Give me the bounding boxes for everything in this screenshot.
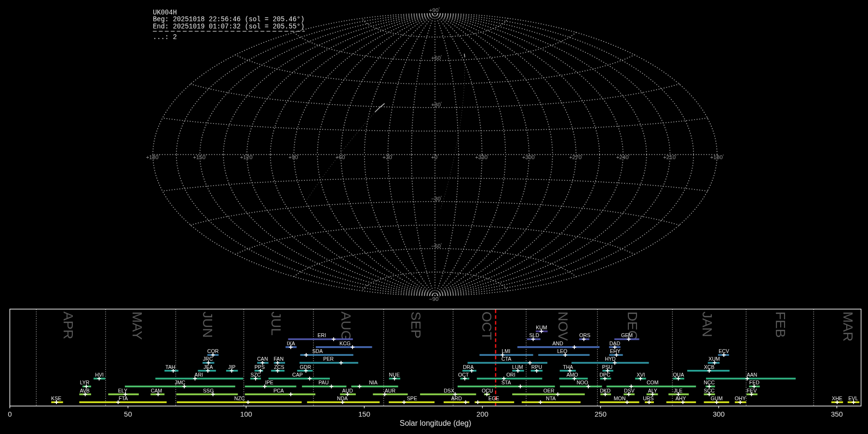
svg-text:−60°: −60° [431,243,442,249]
svg-text:PAU: PAU [319,380,329,385]
svg-text:+60°: +60° [336,154,347,160]
svg-text:300: 300 [713,410,725,418]
svg-text:CAN: CAN [257,356,268,362]
svg-text:Beg: 20251018 22:56:46 (sol =: Beg: 20251018 22:56:46 (sol = 205.46°) [153,16,305,23]
svg-text:TAH: TAH [165,364,175,370]
svg-text:SEP: SEP [408,312,423,339]
svg-text:XVI: XVI [637,372,645,378]
svg-text:MAR: MAR [841,312,855,341]
svg-text:AAN: AAN [746,372,757,378]
svg-text:URS: URS [643,395,653,401]
svg-text:+90°: +90° [429,7,440,13]
svg-text:JEA: JEA [203,364,213,370]
svg-text:GUM: GUM [711,395,723,401]
svg-text:ORI: ORI [506,372,515,378]
svg-text:AMO: AMO [567,372,578,378]
svg-text:ARD: ARD [451,395,462,401]
svg-text:FEB: FEB [773,312,788,338]
svg-text:OHY: OHY [735,395,746,401]
svg-text:KSE: KSE [51,395,61,401]
svg-text:XUM: XUM [708,356,720,362]
svg-text:+30°: +30° [382,154,393,160]
svg-text:50: 50 [124,410,132,418]
svg-text:250: 250 [595,410,607,418]
svg-text:CAM: CAM [151,388,163,393]
svg-text:COM: COM [647,380,659,385]
svg-text:ELY: ELY [118,388,127,393]
svg-text:STA: STA [502,380,512,385]
svg-text:LMI: LMI [502,348,510,354]
svg-text:OER: OER [543,388,555,393]
svg-text:SPE: SPE [407,395,417,401]
svg-text:+30°: +30° [431,102,442,108]
svg-text:GDR: GDR [300,364,312,370]
svg-text:SZC: SZC [250,372,261,378]
svg-text:XCB: XCB [704,364,715,370]
svg-text:EGE: EGE [488,395,499,401]
svg-text:JAN: JAN [700,312,715,337]
svg-text:OCT: OCT [479,312,494,340]
svg-text:JLE: JLE [674,388,682,393]
svg-text:PSU: PSU [602,364,612,370]
svg-text:DKD: DKD [600,388,611,393]
svg-text:ZCS: ZCS [274,364,284,370]
svg-text:UK004H: UK004H [153,9,177,16]
svg-text:JUL: JUL [269,312,284,336]
svg-text:GEM: GEM [621,332,633,338]
svg-text:ECV: ECV [719,348,730,354]
svg-text:APR: APR [61,312,76,339]
svg-text:DPC: DPC [599,372,610,378]
svg-text:LYR: LYR [80,380,90,385]
svg-text:ERI: ERI [317,332,326,338]
svg-text:Solar longitude (deg): Solar longitude (deg) [400,419,472,427]
svg-text:DRA: DRA [463,364,474,370]
svg-text:...: 2: ...: 2 [153,34,177,41]
svg-text:KCG: KCG [339,340,351,346]
svg-text:−30°: −30° [431,196,442,202]
svg-text:XHE: XHE [832,395,842,401]
svg-text:LEO: LEO [557,348,567,354]
svg-text:+90°: +90° [288,154,299,160]
svg-text:JRC: JRC [203,356,213,362]
svg-text:IPE: IPE [265,380,273,385]
svg-text:AUG: AUG [339,312,353,341]
svg-text:ORS: ORS [579,332,590,338]
svg-text:ALY: ALY [648,388,657,393]
svg-text:CTA: CTA [502,356,512,362]
svg-text:NZC: NZC [234,395,245,401]
svg-text:+240°: +240° [616,154,630,160]
svg-text:SDA: SDA [312,348,324,354]
svg-text:FTA: FTA [119,395,128,401]
svg-text:AHY: AHY [676,395,686,401]
svg-text:FED: FED [749,380,760,385]
svg-text:+330°: +330° [475,154,489,160]
svg-text:OCT: OCT [458,372,469,378]
svg-text:−90°: −90° [429,296,440,302]
svg-text:AVB: AVB [80,388,89,393]
svg-text:OCU: OCU [482,388,493,393]
svg-text:JUN: JUN [200,312,215,338]
svg-text:350: 350 [831,410,843,418]
svg-text:DAD: DAD [610,340,621,346]
svg-text:MAY: MAY [130,312,145,340]
svg-text:End: 20251019 01:07:32 (sol =: End: 20251019 01:07:32 (sol = 205.55°) [153,23,305,30]
svg-text:CAP: CAP [292,372,303,378]
svg-text:THA: THA [563,364,573,370]
svg-text:PPS: PPS [255,364,265,370]
svg-text:EHY: EHY [610,348,621,354]
svg-text:LUM: LUM [512,364,523,370]
svg-text:NDA: NDA [337,395,348,401]
svg-text:FAN: FAN [273,356,284,362]
svg-text:COR: COR [207,348,219,354]
svg-text:+300°: +300° [522,154,536,160]
svg-text:MON: MON [614,395,626,401]
svg-text:200: 200 [476,410,488,418]
svg-text:EVL: EVL [848,395,858,401]
svg-text:150: 150 [358,410,370,418]
svg-text:SSG: SSG [203,388,214,393]
svg-text:NOO: NOO [577,380,588,385]
svg-text:HVI: HVI [95,372,104,378]
svg-text:NCC: NCC [704,380,715,385]
svg-text:PCA: PCA [273,388,285,393]
svg-text:HYD: HYD [605,356,616,362]
